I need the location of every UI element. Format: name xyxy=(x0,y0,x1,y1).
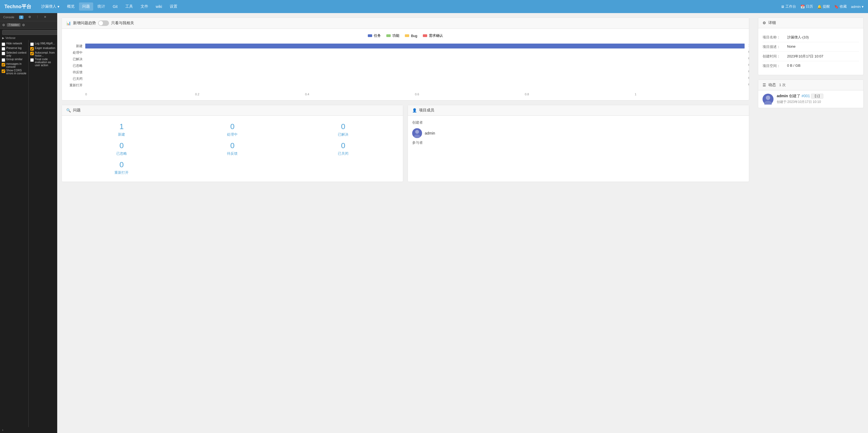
bar-row-3: 已忽略0 xyxy=(66,63,745,68)
nav-item-files[interactable]: 文件 xyxy=(137,2,152,11)
trend-title: 新增问题趋势 xyxy=(73,21,96,26)
checkbox-eager-eval[interactable]: Eager evaluation xyxy=(30,46,56,51)
members-body: 创建者 admin 参与者 xyxy=(408,116,749,153)
activity-time-0: 创建于:2023年10月17日 10:10 xyxy=(777,100,859,104)
issues-title: 问题 xyxy=(73,108,81,113)
svg-point-4 xyxy=(766,96,770,100)
legend-task: 任务 xyxy=(368,33,381,38)
bar-row-0: 新建1 xyxy=(66,43,745,48)
toolbar-gear2-icon[interactable]: ⚙ xyxy=(22,23,25,27)
chart-icon: 📊 xyxy=(66,21,71,25)
devtools-left-col: Hide network Preserve log Selected conte… xyxy=(0,40,29,427)
detail-title: 详细 xyxy=(768,21,776,25)
bell-icon: 🔔 xyxy=(817,5,822,9)
activity-card-header: ☰ 动态 1 次 xyxy=(758,80,863,91)
devtools-tabs: Console 3 ⚙ ⋮ ✕ xyxy=(0,13,57,21)
hidden-badge: 7 hidden xyxy=(7,23,21,27)
checkbox-autocomplete[interactable]: Autocompl. from histor... xyxy=(30,51,56,58)
detail-row-space: 项目空间： 0 B / GB xyxy=(763,61,859,70)
activity-content-0: admin 创建了 #001 【1】 创建于:2023年10月17日 10:10 xyxy=(777,94,859,105)
legend-req-dot xyxy=(423,34,427,37)
nav-item-issues[interactable]: 问题 xyxy=(79,2,93,11)
stat-item-0: 1新建 xyxy=(68,122,175,137)
chart-x-axis: 0 0.2 0.4 0.6 0.8 1 xyxy=(85,93,745,96)
issues-card: 🔍 问题 1新建0处理中0已解决0已忽略0待反馈0已关闭0重新打开 xyxy=(62,105,403,182)
activity-tag: 【1】 xyxy=(811,94,823,99)
stat-item-1: 0处理中 xyxy=(179,122,286,137)
nav-calendar[interactable]: 📅 日历 xyxy=(800,4,813,9)
activity-avatar xyxy=(763,94,773,105)
right-sidebar: ⚙ 详细 项目名称： 沙漏僧人-(10) 项目描述： None 创建时间： 20… xyxy=(753,13,868,433)
role-creator-label: 创建者 xyxy=(412,120,745,125)
nav-item-overview[interactable]: 概览 xyxy=(64,2,78,11)
devtools-close-icon[interactable]: ✕ xyxy=(42,14,49,20)
stat-item-4: 0待反馈 xyxy=(179,141,286,156)
devtools-right-col: Log XMLHttpR... Eager evaluation Autocom… xyxy=(29,40,57,427)
activity-list-icon: ☰ xyxy=(763,83,766,87)
nav-right: 🖥 工作台 📅 日历 🔔 提醒 🔖 收藏 admin ▾ xyxy=(781,4,864,9)
devtools-expand-arrow[interactable]: › xyxy=(0,427,57,433)
legend-bug: Bug xyxy=(405,34,417,38)
stat-item-6: 0重新打开 xyxy=(68,160,175,175)
members-icon: 👤 xyxy=(412,108,417,112)
checkbox-preserve-log[interactable]: Preserve log xyxy=(1,46,27,51)
nav-item-settings[interactable]: 设置 xyxy=(166,2,181,11)
legend-bug-dot xyxy=(405,34,409,37)
nav-item-sandglass[interactable]: 沙漏僧人 ▾ xyxy=(38,2,63,11)
nav-user[interactable]: admin ▾ xyxy=(851,5,864,9)
bar-row-2: 已解决0 xyxy=(66,57,745,62)
chart-legend: 任务 功能 Bug 需求确认 xyxy=(66,33,745,38)
devtools-more-icon[interactable]: ⋮ xyxy=(34,14,41,20)
trend-card-header: 📊 新增问题趋势 只看与我相关 xyxy=(62,18,749,29)
nav-item-stats[interactable]: 统计 xyxy=(94,2,108,11)
members-card: 👤 项目成员 创建者 admin xyxy=(408,105,749,182)
legend-feature-dot xyxy=(386,34,391,37)
bar-row-6: 重新打开0 xyxy=(66,83,745,88)
nav-bookmarks[interactable]: 🔖 收藏 xyxy=(834,4,847,9)
devtools-filter-row: ▶ Verbose xyxy=(0,36,57,40)
members-title: 项目成员 xyxy=(419,108,434,113)
devtools-tab-console[interactable]: Console xyxy=(1,14,17,20)
detail-row-desc: 项目描述： None xyxy=(763,42,859,52)
devtools-tab-badge[interactable]: 3 xyxy=(17,14,26,20)
members-card-header: 👤 项目成员 xyxy=(408,105,749,116)
activity-title: 动态 xyxy=(768,82,776,88)
legend-feature: 功能 xyxy=(386,33,399,38)
devtools-body: Hide network Preserve log Selected conte… xyxy=(0,40,57,427)
stat-item-2: 0已解决 xyxy=(290,122,396,137)
svg-point-1 xyxy=(415,130,419,134)
toolbar-settings-icon[interactable]: ⚙ xyxy=(2,23,5,27)
avatar-admin xyxy=(412,128,422,138)
checkbox-hide-network[interactable]: Hide network xyxy=(1,42,27,46)
activity-item-0: admin 创建了 #001 【1】 创建于:2023年10月17日 10:10 xyxy=(758,91,863,108)
detail-row-name: 项目名称： 沙漏僧人-(10) xyxy=(763,33,859,42)
checkbox-selected-context[interactable]: Selected context only xyxy=(1,51,27,58)
role-participant-label: 参与者 xyxy=(412,140,745,145)
trend-card-body: 任务 功能 Bug 需求确认 xyxy=(62,29,749,100)
main-wrapper: Console 3 ⚙ ⋮ ✕ ⚙ 7 hidden ⚙ ▶ Verbose H… xyxy=(0,13,868,433)
checkbox-group-similar[interactable]: Group similar xyxy=(1,58,27,62)
nav-item-git[interactable]: Git xyxy=(110,3,121,10)
toggle-only-mine[interactable] xyxy=(98,21,109,26)
trend-card: 📊 新增问题趋势 只看与我相关 任务 功能 xyxy=(62,18,749,100)
member-admin-name: admin xyxy=(425,131,435,135)
brand[interactable]: Techno平台 xyxy=(4,3,31,10)
nav-item-wiki[interactable]: wiki xyxy=(153,3,165,10)
checkbox-cors-errors[interactable]: Show CORS errors in console xyxy=(1,69,27,75)
devtools-toolbar: ⚙ 7 hidden ⚙ xyxy=(0,21,57,29)
nav-workbench[interactable]: 🖥 工作台 xyxy=(781,4,796,9)
legend-req: 需求确认 xyxy=(423,33,443,38)
checkbox-treat-code[interactable]: Treat code evaluation as user action xyxy=(30,58,56,67)
devtools-settings-icon[interactable]: ⚙ xyxy=(26,14,33,20)
checkbox-log-xml[interactable]: Log XMLHttpR... xyxy=(30,42,56,46)
stat-item-5: 0已关闭 xyxy=(290,141,396,156)
nav-alerts[interactable]: 🔔 提醒 xyxy=(817,4,830,9)
nav-item-tools[interactable]: 工具 xyxy=(122,2,136,11)
activity-card: ☰ 动态 1 次 admin 创建了 xyxy=(758,79,864,108)
checkbox-messages-console[interactable]: messages in console xyxy=(1,62,27,69)
legend-task-dot xyxy=(368,34,372,37)
two-col-section: 🔍 问题 1新建0处理中0已解决0已忽略0待反馈0已关闭0重新打开 👤 项目成员… xyxy=(62,105,749,186)
activity-issue-link[interactable]: #001 xyxy=(802,94,810,98)
bar-row-1: 处理中0 xyxy=(66,50,745,55)
devtools-search-input[interactable] xyxy=(2,30,57,35)
